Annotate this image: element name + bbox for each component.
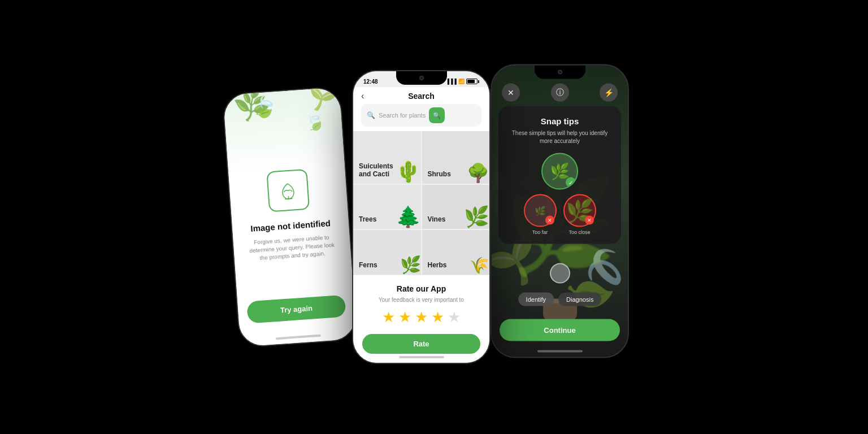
tips-images: 🌿 ✓ 🌿 ✕ Too far <box>507 153 612 235</box>
info-button[interactable]: ⓘ <box>551 84 569 102</box>
star-4[interactable]: ★ <box>431 309 444 326</box>
rate-title: Rate our App <box>397 284 446 293</box>
tips-bad-row: 🌿 ✕ Too far 🌿 ✕ Too close <box>524 194 596 235</box>
star-2[interactable]: ★ <box>398 309 411 326</box>
category-suculents[interactable]: Suiculentsand Cacti 🌵 <box>353 131 421 184</box>
bottom-tabs: Identify Diagnosis <box>518 293 602 306</box>
notch <box>535 66 585 79</box>
category-name: Herbs <box>428 261 484 269</box>
stars-row[interactable]: ★ ★ ★ ★ ★ <box>382 309 461 326</box>
search-title: Search <box>408 92 435 101</box>
not-identified-desc: Forgive us, we were unable to determine … <box>245 233 340 263</box>
tip-too-far-image: 🌿 ✕ <box>524 194 557 227</box>
rate-button[interactable]: Rate <box>362 334 480 354</box>
notch <box>396 71 447 85</box>
category-name: Vines <box>428 215 484 223</box>
back-button[interactable]: ‹ <box>361 91 364 101</box>
category-shrubs[interactable]: Shrubs 🌳 <box>422 131 490 184</box>
category-name: Trees <box>359 215 415 223</box>
flash-button[interactable]: ⚡ <box>600 84 618 102</box>
x-icon-2: ✕ <box>585 216 594 225</box>
snap-tips-card: Snap tips These simple tips will help yo… <box>498 106 621 244</box>
category-name: Suiculentsand Cacti <box>359 162 415 178</box>
phone-right: 12:48 ▐▐▐ 📶 🌿 🍃 🌱 <box>491 64 629 358</box>
home-indicator <box>399 356 444 358</box>
continue-button[interactable]: Continue <box>500 319 620 341</box>
check-icon: ✓ <box>566 177 576 188</box>
tip-good-image: 🌿 ✓ <box>541 153 578 190</box>
category-vines[interactable]: Vines 🌿 <box>422 185 490 229</box>
shutter-button[interactable] <box>550 263 570 284</box>
plant-icon-box <box>266 169 310 212</box>
camera-controls: ✕ ⓘ ⚡ <box>492 84 628 102</box>
phone-left: 🌿 🍃 🌱 🍃 Image not identified <box>222 86 358 348</box>
try-again-button[interactable]: Try again <box>246 295 346 324</box>
tip-too-far-label: Too far <box>532 229 548 235</box>
star-1[interactable]: ★ <box>382 309 395 326</box>
identify-tab[interactable]: Identify <box>518 293 554 306</box>
rate-section: Rate our App Your feedback is very impor… <box>353 275 489 363</box>
tip-too-close-image: 🌿 ✕ <box>563 194 596 227</box>
search-placeholder: Search for plants <box>379 112 426 119</box>
category-herbs[interactable]: Herbs 🌾 <box>422 230 490 275</box>
search-submit-button[interactable]: 🔍 <box>429 107 445 123</box>
snap-tips-title: Snap tips <box>541 116 579 126</box>
close-button[interactable]: ✕ <box>502 84 520 102</box>
status-time: 12:48 <box>363 79 378 85</box>
tip-too-close: 🌿 ✕ Too close <box>563 194 596 235</box>
snap-tips-description: These simple tips will help you identify… <box>507 129 612 145</box>
search-icon: 🔍 <box>367 111 375 119</box>
category-trees[interactable]: Trees 🌲 <box>353 185 421 229</box>
categories-grid: Suiculentsand Cacti 🌵 Shrubs 🌳 Trees 🌲 V… <box>353 131 489 275</box>
search-bar[interactable]: 🔍 Search for plants 🔍 <box>361 104 481 127</box>
rate-description: Your feedback is very important to <box>379 297 464 303</box>
diagnosis-tab[interactable]: Diagnosis <box>558 293 601 306</box>
tip-too-close-label: Too close <box>568 229 590 235</box>
star-5[interactable]: ★ <box>448 309 461 326</box>
battery-icon <box>466 79 479 84</box>
category-ferns[interactable]: Ferns 🌿 <box>353 230 421 275</box>
search-nav: ‹ Search <box>361 92 481 101</box>
not-identified-title: Image not identified <box>250 218 331 233</box>
search-submit-icon: 🔍 <box>433 112 441 119</box>
home-indicator-right <box>537 350 583 353</box>
x-icon: ✕ <box>545 216 554 225</box>
signal-icon: ▐▐▐ <box>446 79 457 84</box>
phone-center: 12:48 ▐▐▐ 📶 ‹ Search 🔍 <box>352 70 491 364</box>
wifi-icon: 📶 <box>458 79 465 84</box>
category-name: Shrubs <box>428 170 484 178</box>
category-name: Ferns <box>359 261 415 269</box>
tip-too-far: 🌿 ✕ Too far <box>524 194 557 235</box>
home-indicator <box>276 335 321 340</box>
star-3[interactable]: ★ <box>415 309 428 326</box>
